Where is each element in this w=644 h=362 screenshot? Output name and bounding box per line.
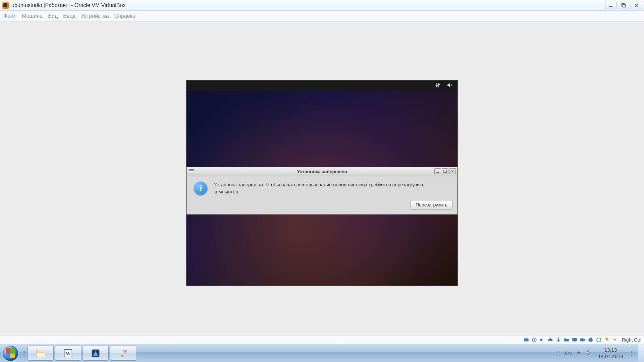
shared-folders-icon[interactable] (564, 337, 570, 343)
svg-rect-17 (36, 352, 45, 357)
dialog-message: Установка завершена. Чтобы начать исполь… (214, 181, 450, 195)
taskbar-grip[interactable] (21, 344, 27, 362)
menu-file[interactable]: Файл (3, 13, 16, 19)
menu-machine[interactable]: Машина (22, 13, 43, 19)
svg-rect-13 (580, 338, 584, 341)
dialog-titlebar[interactable]: Установка завершена (187, 167, 457, 176)
guest-screen[interactable]: Установка завершена i Установка завершен… (186, 80, 458, 286)
svg-text:W: W (65, 350, 71, 356)
svg-rect-23 (121, 355, 124, 357)
network-icon[interactable] (435, 82, 441, 89)
close-button[interactable] (631, 2, 642, 9)
host-key-indicator[interactable]: Right Ctrl (622, 337, 641, 343)
svg-rect-10 (549, 338, 551, 339)
menu-view[interactable]: Вид (48, 13, 58, 19)
svg-point-25 (123, 349, 125, 351)
vbox-statusbar: Right Ctrl (0, 335, 644, 344)
svg-rect-14 (589, 338, 592, 341)
processor-icon[interactable] (588, 337, 594, 343)
network-adapter-icon[interactable] (547, 337, 553, 343)
dialog-minimize-button[interactable] (434, 168, 441, 174)
guest-top-panel (186, 80, 458, 91)
vm-display-area: Установка завершена i Установка завершен… (0, 21, 644, 335)
dialog-close-button[interactable] (449, 168, 456, 174)
svg-rect-0 (609, 6, 612, 7)
taskbar-word[interactable]: W (55, 346, 81, 361)
dialog-title: Установка завершена (187, 169, 457, 174)
taskbar-paint[interactable] (110, 346, 136, 361)
optical-disk-icon[interactable] (531, 337, 537, 343)
keyboard-capture-icon[interactable] (612, 336, 618, 343)
svg-point-6 (527, 339, 528, 340)
show-hidden-icons[interactable] (575, 349, 582, 357)
menu-input[interactable]: Ввод (63, 13, 75, 19)
recording-icon[interactable] (580, 337, 586, 343)
restart-button[interactable]: Перезагрузить (411, 200, 452, 209)
svg-rect-11 (572, 338, 577, 341)
install-complete-dialog: Установка завершена i Установка завершен… (186, 167, 458, 215)
maximize-button[interactable] (618, 2, 629, 9)
tray-volume-icon[interactable] (585, 349, 592, 357)
svg-point-26 (121, 350, 123, 352)
menu-devices[interactable]: Устройства (81, 13, 109, 19)
window-icon (189, 169, 194, 174)
taskbar-virtualbox[interactable] (83, 346, 109, 361)
audio-icon[interactable] (539, 337, 545, 343)
svg-rect-4 (444, 170, 446, 173)
svg-point-7 (532, 338, 536, 342)
windows-taskbar: W EN 13:13 14.07.2018 (0, 344, 644, 362)
svg-rect-9 (548, 339, 552, 341)
svg-rect-12 (574, 341, 575, 342)
svg-rect-22 (120, 353, 124, 355)
virtualbox-window: ubuntustudio [Работает] - Oracle VM Virt… (0, 0, 644, 344)
start-button[interactable] (0, 344, 21, 362)
menu-help[interactable]: Справка (114, 13, 136, 19)
taskbar-clock[interactable]: 13:13 14.07.2018 (595, 347, 626, 360)
virtualization-icon[interactable] (596, 337, 602, 343)
info-icon: i (194, 181, 208, 195)
svg-rect-16 (36, 350, 40, 352)
virtualbox-icon (2, 2, 9, 9)
volume-icon[interactable] (447, 82, 453, 89)
taskbar-explorer[interactable] (28, 346, 54, 361)
usb-icon[interactable] (555, 337, 561, 343)
display-icon[interactable] (572, 337, 578, 343)
clock-time: 13:13 (598, 347, 623, 353)
titlebar[interactable]: ubuntustudio [Работает] - Oracle VM Virt… (0, 0, 644, 11)
hard-disk-icon[interactable] (523, 337, 529, 343)
system-tray: EN 13:13 14.07.2018 (553, 344, 638, 362)
tray-grip-lang[interactable] (555, 351, 561, 356)
minimize-button[interactable] (605, 2, 616, 9)
dialog-maximize-button[interactable] (442, 168, 448, 174)
menubar: Файл Машина Вид Ввод Устройства Справка (0, 11, 644, 21)
mouse-integration-icon[interactable] (604, 337, 610, 343)
show-desktop-button[interactable] (638, 344, 644, 362)
language-indicator[interactable]: EN (565, 350, 572, 356)
window-title: ubuntustudio [Работает] - Oracle VM Virt… (11, 2, 125, 8)
svg-rect-3 (436, 172, 439, 173)
svg-rect-2 (623, 4, 626, 7)
tray-grip-end[interactable] (629, 351, 635, 356)
clock-date: 14.07.2018 (598, 353, 623, 360)
svg-point-8 (534, 339, 535, 340)
